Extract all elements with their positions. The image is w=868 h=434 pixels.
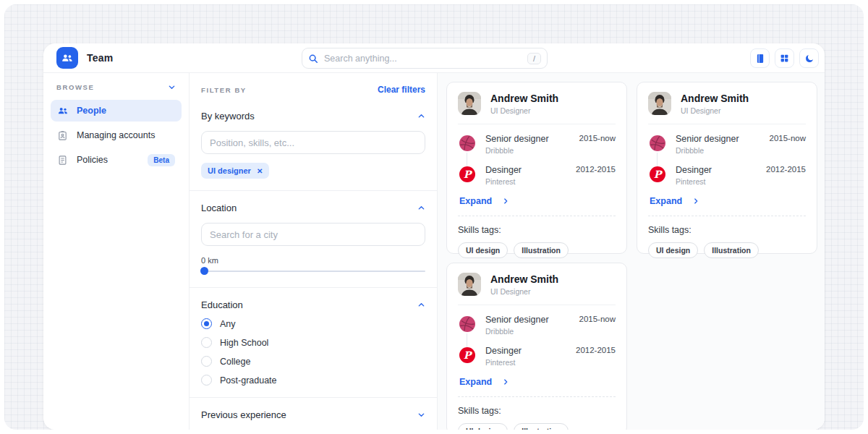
chevron-up-icon	[417, 301, 425, 309]
skills-label: Skills tags:	[458, 406, 616, 416]
header-actions	[750, 48, 819, 68]
dark-mode-button[interactable]	[799, 48, 819, 68]
expand-link[interactable]: Expand	[459, 377, 616, 387]
entry-network: Dribbble	[485, 327, 579, 336]
experience-entry: Senior designer Dribbble 2015-now	[648, 134, 806, 155]
entry-period: 2015-now	[579, 315, 616, 323]
user-badge-icon	[57, 129, 69, 141]
remove-tag-icon[interactable]: ✕	[257, 167, 263, 175]
expand-link[interactable]: Expand	[459, 196, 616, 206]
profile-card[interactable]: Andrew Smith UI Designer	[637, 82, 817, 254]
filter-panel: Filter by Clear filters By keywords UI d…	[190, 73, 438, 430]
entry-role: Desinger	[485, 346, 576, 356]
chevron-right-icon	[502, 197, 509, 205]
radio-option-any[interactable]: Any	[201, 318, 425, 329]
radio-option-post-graduate[interactable]: Post-graduate	[201, 375, 425, 386]
entry-network: Dribbble	[676, 146, 769, 155]
entry-role: Senior designer	[485, 134, 579, 144]
app-header: Team /	[43, 43, 825, 73]
entry-role: Desinger	[485, 165, 576, 175]
divider	[458, 396, 616, 397]
chevron-up-icon	[417, 204, 425, 212]
card-header: Andrew Smith UI Designer	[458, 273, 616, 305]
person-role: UI Designer	[490, 106, 558, 115]
entry-period: 2012-2015	[576, 165, 616, 174]
experience-entry: P Desinger Pinterest 2012-2015	[458, 346, 616, 367]
sidebar: Browse People	[43, 73, 190, 430]
profile-cards-grid: Andrew Smith UI Designer	[446, 82, 816, 430]
profile-card[interactable]: Andrew Smith UI Designer	[446, 263, 627, 430]
search-bar[interactable]: /	[302, 48, 548, 69]
experience-entry: P Desinger Pinterest 2012-2015	[458, 165, 616, 186]
sidebar-item-people[interactable]: People	[51, 100, 182, 122]
app-title: Team	[87, 52, 113, 64]
location-section-header[interactable]: Location	[201, 203, 425, 213]
chevron-down-icon	[168, 83, 176, 91]
radio-button[interactable]	[201, 375, 212, 386]
radio-button[interactable]	[201, 337, 212, 348]
search-shortcut-key: /	[527, 53, 541, 64]
keyword-filter-tag[interactable]: UI designer ✕	[201, 163, 269, 179]
divider	[458, 216, 616, 216]
experience-section-header[interactable]: Previous experience	[201, 409, 425, 420]
pinterest-icon: P	[458, 165, 477, 184]
sidebar-item-label: Policies	[77, 155, 108, 165]
sidebar-item-label: Managing accounts	[77, 130, 155, 140]
section-title: Education	[201, 299, 243, 310]
city-search-input[interactable]	[201, 223, 425, 246]
divider	[190, 397, 437, 398]
entry-network: Pinterest	[485, 358, 576, 367]
app-window: Team /	[43, 43, 825, 430]
distance-slider[interactable]	[201, 267, 425, 276]
divider	[648, 216, 806, 216]
sidebar-item-label: People	[77, 106, 106, 116]
experience-entry: Senior designer Dribbble 2015-now	[458, 315, 616, 336]
keywords-section-header[interactable]: By keywords	[201, 111, 425, 122]
entry-role: Senior designer	[485, 315, 579, 325]
dribbble-icon	[458, 315, 477, 333]
radio-option-high-school[interactable]: High School	[201, 337, 425, 348]
profile-card[interactable]: Andrew Smith UI Designer	[446, 82, 627, 254]
book-button[interactable]	[750, 48, 770, 68]
skills-label: Skills tags:	[648, 225, 806, 235]
skill-tag[interactable]: UI design	[458, 242, 508, 258]
filter-tag-label: UI designer	[208, 166, 251, 175]
desktop-background: Team /	[4, 4, 864, 430]
person-name: Andrew Smith	[490, 273, 558, 285]
education-section-header[interactable]: Education	[201, 299, 425, 310]
radio-option-college[interactable]: College	[201, 356, 425, 367]
skill-tag[interactable]: UI design	[458, 423, 508, 430]
radio-button[interactable]	[201, 356, 212, 367]
section-title: Location	[201, 203, 237, 213]
experience-timeline: Senior designer Dribbble 2015-now P	[648, 134, 806, 186]
pinterest-icon: P	[458, 346, 477, 365]
keywords-input[interactable]	[201, 131, 425, 154]
section-title: Previous experience	[201, 409, 286, 420]
expand-link[interactable]: Expand	[650, 196, 806, 206]
slider-track[interactable]	[201, 271, 425, 272]
book-icon	[755, 54, 765, 64]
search-input[interactable]	[324, 54, 527, 64]
document-icon	[57, 154, 69, 166]
dribbble-icon	[648, 134, 667, 153]
divider	[190, 190, 437, 191]
distance-value-label: 0 km	[201, 256, 425, 265]
experience-entry: Senior designer Dribbble 2015-now	[458, 134, 616, 155]
divider	[190, 287, 437, 288]
entry-role: Senior designer	[676, 134, 769, 144]
radio-button[interactable]	[201, 318, 212, 329]
chevron-right-icon	[692, 197, 699, 205]
browse-section-header[interactable]: Browse	[51, 83, 182, 91]
skill-tag[interactable]: Illustration	[514, 423, 569, 430]
sidebar-item-managing-accounts[interactable]: Managing accounts	[51, 124, 182, 146]
person-name: Andrew Smith	[681, 93, 749, 104]
apps-grid-button[interactable]	[775, 48, 794, 68]
filter-by-label: Filter by	[201, 86, 247, 94]
skill-tag[interactable]: Illustration	[704, 242, 759, 258]
sidebar-item-policies[interactable]: Policies Beta	[51, 149, 182, 171]
skill-tag[interactable]: UI design	[648, 242, 698, 258]
slider-thumb[interactable]	[200, 267, 208, 275]
clear-filters-link[interactable]: Clear filters	[378, 85, 425, 95]
skill-tag[interactable]: Illustration	[514, 242, 569, 258]
card-header: Andrew Smith UI Designer	[648, 92, 806, 124]
